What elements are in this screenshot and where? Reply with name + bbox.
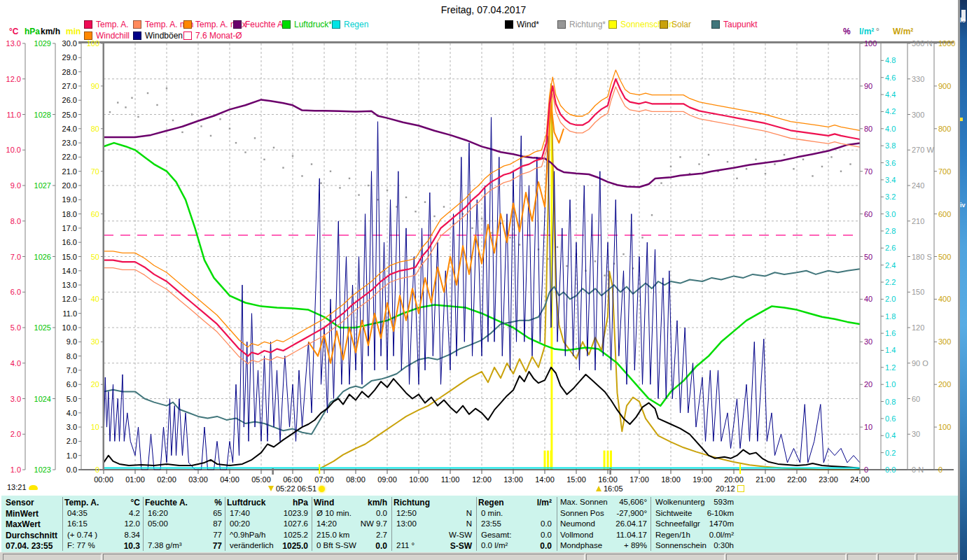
axis-label-pressure: 1025 bbox=[34, 323, 51, 332]
table-cell: 26.04.17 bbox=[560, 519, 647, 528]
table-cell: 11.04.17 bbox=[560, 531, 647, 539]
table-cell: 65 bbox=[145, 509, 222, 517]
axis-label-wind: 25.0 bbox=[62, 111, 77, 119]
sunshine-bar bbox=[607, 451, 609, 470]
status-bar-panel bbox=[847, 554, 877, 560]
table-column-divider bbox=[557, 497, 557, 551]
direction-dot bbox=[147, 92, 148, 94]
direction-dot bbox=[377, 199, 378, 200]
time-tick-label: 20:00 bbox=[720, 475, 748, 484]
axis-label-pressure: 1028 bbox=[34, 111, 51, 119]
table-cell: 12.0 bbox=[64, 519, 140, 528]
axis-label-rain: 1.2 bbox=[885, 363, 896, 372]
direction-dot bbox=[641, 237, 643, 238]
axis-label-rain: 4.2 bbox=[885, 107, 896, 115]
axis-label-temp: 12.0 bbox=[6, 75, 21, 83]
noon-marker-time: 13:21 bbox=[7, 483, 27, 491]
axis-label-rain: 2.0 bbox=[885, 295, 896, 303]
table-cell: N bbox=[394, 509, 472, 517]
axis-label-solar: 500 bbox=[938, 253, 951, 261]
axis-label-wind: 20.0 bbox=[62, 181, 77, 190]
time-tick-label: 12:00 bbox=[468, 475, 496, 484]
table-cell: km/h bbox=[314, 498, 387, 507]
direction-dot bbox=[244, 151, 246, 153]
axis-label-humidity: 30 bbox=[864, 337, 872, 346]
axis-label-pressure: 1023 bbox=[34, 465, 51, 474]
table-cell: NW 9.7 bbox=[314, 519, 387, 528]
axis-label-wind: 27.0 bbox=[62, 82, 77, 90]
axis-label-rain: 3.2 bbox=[885, 192, 896, 201]
table-cell: 8.34 bbox=[64, 531, 140, 539]
time-tick-label: 21:00 bbox=[751, 475, 779, 484]
table-cell: N bbox=[394, 519, 472, 528]
time-tick-label: 15:00 bbox=[562, 475, 590, 484]
desktop-icon-label-mid[interactable]: iv bbox=[960, 202, 966, 209]
table-cell: 45,606° bbox=[560, 498, 647, 506]
axis-label-pressure: 1029 bbox=[34, 39, 51, 48]
axis-label-wind: 22.0 bbox=[62, 153, 77, 161]
axis-label-wind: 6.0 bbox=[67, 380, 77, 388]
axis-label-wind: 15.0 bbox=[62, 253, 77, 261]
direction-dot bbox=[622, 253, 624, 255]
direction-dot bbox=[679, 156, 681, 158]
axis-label-rain: 3.6 bbox=[885, 159, 896, 167]
axis-label-solar: 1000 bbox=[938, 39, 955, 48]
table-cell: + 89% bbox=[560, 541, 647, 550]
direction-dot bbox=[424, 201, 426, 202]
axis-label-solar: 700 bbox=[938, 167, 951, 176]
time-tick-label: 00:00 bbox=[90, 475, 118, 484]
axis-label-humidity: 70 bbox=[864, 167, 872, 176]
direction-dot bbox=[219, 118, 221, 120]
moonrise-marker: 16:05 bbox=[596, 484, 623, 493]
axis-label-temp: 1.0 bbox=[11, 465, 21, 474]
table-cell: 87 bbox=[145, 519, 222, 528]
table-cell: hPa bbox=[227, 498, 308, 507]
direction-dot bbox=[273, 147, 274, 148]
axis-label-solar: 100 bbox=[938, 423, 951, 431]
direction-dot bbox=[349, 178, 350, 179]
direction-dot bbox=[387, 190, 388, 191]
table-cell: 0 min. bbox=[481, 509, 527, 517]
direction-dot bbox=[191, 113, 193, 115]
axis-label-rain: 0.2 bbox=[885, 449, 896, 457]
sunshine-bar bbox=[610, 451, 612, 470]
axis-label-rain: 4.6 bbox=[885, 74, 896, 82]
moonrise-time: 16:05 bbox=[604, 484, 623, 493]
desktop-icon-label-top[interactable]: lo bbox=[960, 17, 966, 24]
table-cell: W-SW bbox=[394, 531, 472, 539]
status-bar-panel bbox=[726, 554, 846, 560]
time-tick-label: 11:00 bbox=[436, 475, 464, 484]
status-bar-panel bbox=[586, 554, 725, 560]
moonrise-arrow-icon bbox=[596, 486, 601, 491]
axis-label-temp: 3.0 bbox=[11, 395, 21, 403]
direction-dot bbox=[746, 168, 747, 169]
axis-label-temp: 7.0 bbox=[11, 253, 21, 261]
axis-label-sunmin: 40 bbox=[91, 295, 99, 303]
direction-dot bbox=[254, 137, 256, 139]
axis-label-direction: 240 bbox=[912, 181, 924, 190]
weather-app-window: Freitag, 07.04.2017 Temp. A.Temp. A. min… bbox=[0, 0, 967, 560]
axis-label-wind: 12.0 bbox=[62, 295, 77, 303]
direction-dot bbox=[594, 260, 596, 262]
axis-label-wind: 19.0 bbox=[62, 195, 77, 204]
plot-top-border bbox=[78, 41, 954, 43]
table-cell: 1025.0 bbox=[227, 541, 308, 551]
direction-dot bbox=[784, 154, 785, 155]
axis-label-rain: 3.4 bbox=[885, 176, 896, 184]
table-cell: 6-10km bbox=[655, 509, 734, 517]
status-bar bbox=[0, 552, 959, 560]
table-cell: 0.0 bbox=[478, 519, 552, 528]
axis-label-humidity: 90 bbox=[864, 82, 872, 90]
axis-label-direction: 300 bbox=[912, 111, 924, 119]
axis-label-sunmin: 100 bbox=[87, 39, 99, 48]
time-tick-label: 04:00 bbox=[216, 475, 244, 484]
axis-label-wind: 3.0 bbox=[67, 423, 77, 431]
axis-label-sunmin: 30 bbox=[91, 337, 99, 346]
axis-label-wind: 5.0 bbox=[67, 395, 77, 403]
time-tick-label: 24:00 bbox=[846, 475, 874, 484]
sunset-time: 20:12 bbox=[716, 484, 735, 493]
time-tick-label: 07:00 bbox=[310, 475, 338, 484]
desktop-icon-fragment-yellow[interactable] bbox=[960, 118, 963, 121]
direction-dot bbox=[698, 163, 700, 164]
axis-label-wind: 30.0 bbox=[62, 39, 77, 48]
